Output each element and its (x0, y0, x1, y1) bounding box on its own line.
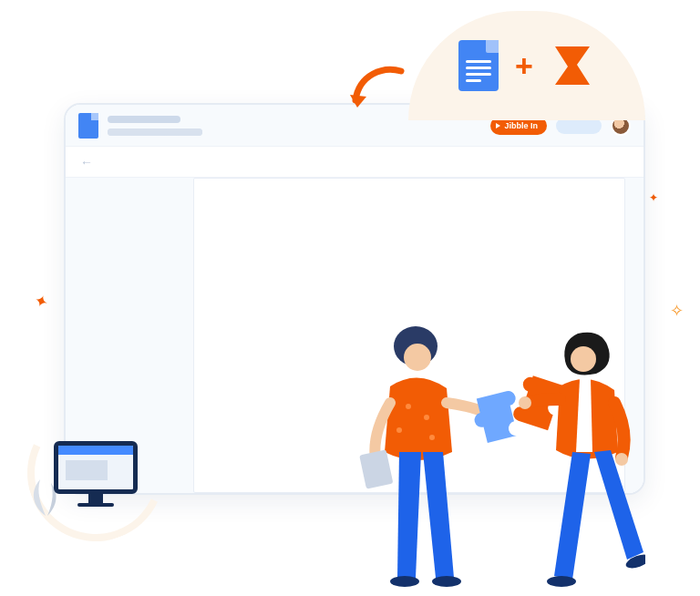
svg-point-11 (615, 453, 628, 466)
svg-point-12 (547, 576, 576, 587)
svg-point-10 (519, 396, 531, 409)
curved-arrow-icon (346, 64, 410, 118)
doc-title-placeholder[interactable] (108, 116, 180, 123)
back-arrow-icon[interactable]: ← (80, 155, 93, 170)
svg-point-1 (404, 344, 431, 371)
svg-point-7 (390, 576, 419, 587)
people-illustration (345, 315, 645, 589)
sparkle-icon: ✦ (649, 191, 658, 204)
monitor-badge (27, 405, 164, 541)
google-docs-icon[interactable] (78, 113, 98, 139)
monitor-icon (54, 441, 138, 505)
google-docs-icon (458, 40, 499, 91)
menu-item-placeholder[interactable] (175, 128, 202, 136)
sparkle-icon: ✧ (670, 301, 684, 321)
svg-point-4 (396, 427, 402, 433)
doc-lines-icon (466, 60, 491, 82)
jibble-in-label: Jibble In (504, 121, 538, 130)
svg-point-5 (429, 435, 435, 440)
svg-point-8 (432, 576, 461, 587)
person-left (359, 326, 489, 587)
doc-title-area (108, 116, 202, 136)
person-right (519, 333, 645, 587)
plus-icon: + (515, 48, 533, 84)
jibble-hourglass-icon (550, 43, 595, 88)
integration-badge: + (408, 11, 645, 120)
menu-item-placeholder[interactable] (142, 128, 168, 136)
svg-rect-6 (359, 449, 393, 488)
sparkle-icon: ✦ (32, 290, 52, 313)
svg-point-3 (424, 415, 429, 420)
play-icon (496, 123, 500, 128)
menu-item-placeholder[interactable] (108, 128, 135, 136)
toolbar: ← (66, 147, 643, 178)
svg-point-9 (571, 346, 596, 372)
svg-point-2 (406, 404, 411, 409)
